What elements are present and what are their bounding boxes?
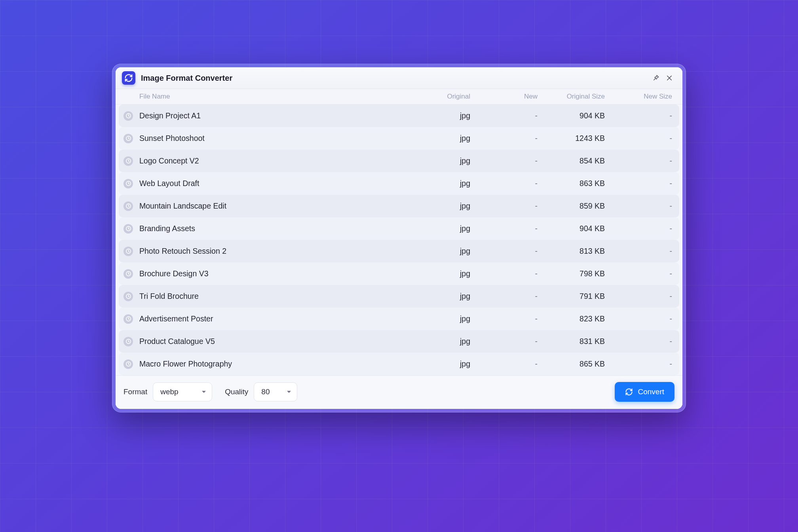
file-name-cell: Photo Retouch Session 2 — [137, 247, 405, 256]
file-name-cell: Web Layout Draft — [137, 179, 405, 188]
clock-icon — [124, 156, 133, 166]
table-row[interactable]: Sunset Photoshootjpg-1243 KB- — [119, 127, 679, 150]
quality-label: Quality — [225, 388, 248, 396]
file-name-cell: Logo Concept V2 — [137, 156, 405, 165]
clock-icon — [124, 337, 133, 346]
original-format-cell: jpg — [405, 359, 473, 369]
original-size-cell: 865 KB — [540, 359, 607, 369]
original-size-cell: 791 KB — [540, 292, 607, 301]
chevron-down-icon — [287, 388, 291, 396]
new-format-cell: - — [473, 201, 540, 211]
quality-select[interactable]: 80 — [254, 382, 297, 401]
new-format-cell: - — [473, 337, 540, 346]
col-original: Original — [405, 93, 473, 101]
original-format-cell: jpg — [405, 201, 473, 211]
table-row[interactable]: Photo Retouch Session 2jpg-813 KB- — [119, 240, 679, 262]
app-icon — [122, 71, 135, 85]
new-size-cell: - — [607, 292, 674, 301]
new-format-cell: - — [473, 134, 540, 143]
original-size-cell: 798 KB — [540, 269, 607, 278]
clock-icon — [124, 247, 133, 256]
new-format-cell: - — [473, 111, 540, 120]
original-format-cell: jpg — [405, 247, 473, 256]
new-size-cell: - — [607, 337, 674, 346]
new-format-cell: - — [473, 359, 540, 369]
refresh-icon — [625, 388, 633, 396]
new-size-cell: - — [607, 359, 674, 369]
status-icon-cell — [120, 314, 137, 324]
footer: Format webp Quality 80 — [116, 375, 682, 409]
status-icon-cell — [120, 337, 137, 346]
table-header: File Name Original New Original Size New… — [116, 89, 682, 104]
file-name-cell: Branding Assets — [137, 224, 405, 233]
titlebar: Image Format Converter — [116, 67, 682, 89]
convert-button-label: Convert — [638, 388, 664, 396]
app-title: Image Format Converter — [141, 74, 232, 83]
new-format-cell: - — [473, 179, 540, 188]
file-name-cell: Design Project A1 — [137, 111, 405, 120]
original-format-cell: jpg — [405, 292, 473, 301]
status-icon-cell — [120, 111, 137, 121]
new-size-cell: - — [607, 269, 674, 278]
pin-icon — [652, 74, 659, 82]
new-size-cell: - — [607, 247, 674, 256]
quality-select-value: 80 — [261, 388, 270, 396]
original-size-cell: 1243 KB — [540, 134, 607, 143]
clock-icon — [124, 359, 133, 369]
table-row[interactable]: Brochure Design V3jpg-798 KB- — [119, 262, 679, 285]
original-size-cell: 859 KB — [540, 201, 607, 211]
col-original-size: Original Size — [540, 93, 607, 101]
format-select[interactable]: webp — [153, 382, 212, 401]
refresh-icon — [124, 74, 133, 82]
status-icon-cell — [120, 224, 137, 234]
status-icon-cell — [120, 269, 137, 279]
table-row[interactable]: Branding Assetsjpg-904 KB- — [119, 217, 679, 240]
convert-button[interactable]: Convert — [615, 382, 674, 402]
new-size-cell: - — [607, 156, 674, 165]
new-format-cell: - — [473, 156, 540, 165]
col-file-name: File Name — [137, 93, 405, 101]
clock-icon — [124, 269, 133, 279]
original-size-cell: 823 KB — [540, 314, 607, 323]
new-size-cell: - — [607, 111, 674, 120]
file-name-cell: Advertisement Poster — [137, 314, 405, 323]
new-size-cell: - — [607, 314, 674, 323]
table-row[interactable]: Logo Concept V2jpg-854 KB- — [119, 150, 679, 172]
close-button[interactable] — [663, 71, 676, 85]
window-frame: Image Format Converter File Name Origina… — [112, 64, 686, 412]
status-icon-cell — [120, 201, 137, 211]
original-size-cell: 863 KB — [540, 179, 607, 188]
clock-icon — [124, 111, 133, 121]
original-size-cell: 904 KB — [540, 224, 607, 233]
new-size-cell: - — [607, 201, 674, 211]
new-format-cell: - — [473, 292, 540, 301]
original-format-cell: jpg — [405, 224, 473, 233]
table-row[interactable]: Mountain Landscape Editjpg-859 KB- — [119, 195, 679, 217]
table-row[interactable]: Design Project A1jpg-904 KB- — [119, 104, 679, 127]
clock-icon — [124, 179, 133, 188]
table-row[interactable]: Web Layout Draftjpg-863 KB- — [119, 172, 679, 195]
table-row[interactable]: Macro Flower Photographyjpg-865 KB- — [119, 353, 679, 375]
original-format-cell: jpg — [405, 156, 473, 165]
table-row[interactable]: Advertisement Posterjpg-823 KB- — [119, 308, 679, 330]
original-size-cell: 831 KB — [540, 337, 607, 346]
table-row[interactable]: Product Catalogue V5jpg-831 KB- — [119, 330, 679, 353]
format-select-value: webp — [160, 388, 178, 396]
original-size-cell: 813 KB — [540, 247, 607, 256]
format-label: Format — [124, 388, 147, 396]
status-icon-cell — [120, 359, 137, 369]
clock-icon — [124, 314, 133, 324]
pin-button[interactable] — [649, 71, 663, 85]
status-icon-cell — [120, 134, 137, 143]
clock-icon — [124, 292, 133, 301]
table-row[interactable]: Tri Fold Brochurejpg-791 KB- — [119, 285, 679, 308]
close-icon — [666, 74, 673, 82]
status-icon-cell — [120, 156, 137, 166]
new-format-cell: - — [473, 314, 540, 323]
file-name-cell: Macro Flower Photography — [137, 359, 405, 369]
col-new-size: New Size — [607, 93, 674, 101]
col-new: New — [473, 93, 540, 101]
original-size-cell: 854 KB — [540, 156, 607, 165]
new-format-cell: - — [473, 224, 540, 233]
original-size-cell: 904 KB — [540, 111, 607, 120]
